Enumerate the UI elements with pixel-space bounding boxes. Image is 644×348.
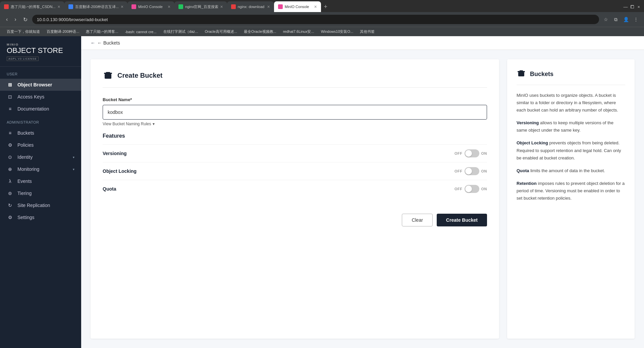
tab-2[interactable]: 百度翻译-200种语言互译... ×	[64, 1, 127, 12]
logo-title: OBJECT STORE	[7, 46, 74, 55]
sidebar-item-site-replication[interactable]: ↻ Site Replication	[0, 199, 81, 211]
create-bucket-button[interactable]: Create Bucket	[437, 214, 487, 226]
bookmark-2[interactable]: 百度翻译-200种语...	[44, 28, 82, 35]
sidebar-label-site-replication: Site Replication	[17, 203, 74, 208]
create-bucket-icon	[103, 70, 113, 81]
object-locking-toggle-wrapper: OFF ON	[454, 167, 487, 175]
bookmark-7[interactable]: 最全Oracle视频教...	[241, 28, 279, 35]
bookmark-1[interactable]: 百度一下，你就知道	[4, 28, 43, 35]
sidebar-item-access-keys[interactable]: ⊡ Access Keys	[0, 91, 81, 103]
bookmark-4[interactable]: -bash: cannot cre...	[122, 29, 159, 34]
versioning-off-label: OFF	[454, 151, 463, 155]
tab-title-4: nginx官网_百度搜索	[185, 4, 218, 9]
sidebar-item-monitoring[interactable]: ⊕ Monitoring ▾	[0, 163, 81, 175]
forward-button[interactable]: ›	[12, 16, 18, 23]
logo-object: OBJECT	[7, 46, 36, 55]
back-arrow-icon: ←	[91, 40, 95, 46]
tab-close-6[interactable]: ×	[314, 4, 317, 9]
sidebar-label-events: Events	[17, 179, 74, 184]
feature-row-versioning: Versioning OFF ON	[103, 144, 487, 162]
sidebar-item-events[interactable]: λ Events	[0, 175, 81, 187]
info-header: Buckets	[517, 69, 625, 85]
form-actions: Clear Create Bucket	[103, 207, 487, 226]
features-title: Features	[103, 133, 487, 139]
restore-button[interactable]: ⧠	[630, 4, 635, 9]
bookmark-star-icon[interactable]: ☆	[602, 15, 610, 23]
tab-close-4[interactable]: ×	[220, 4, 223, 9]
tab-title-5: nginx: download	[238, 5, 265, 9]
tab-close-1[interactable]: ×	[58, 4, 60, 9]
tab-3[interactable]: MinIO Console ×	[127, 1, 174, 12]
bucket-name-label: Bucket Name*	[103, 97, 487, 102]
window-controls: — ⧠ ×	[623, 1, 644, 12]
sidebar-item-object-browser[interactable]: ⊞ Object Browser	[0, 79, 81, 91]
tab-favicon-1	[4, 4, 9, 9]
feature-row-quota: Quota OFF ON	[103, 180, 487, 198]
tab-4[interactable]: nginx官网_百度搜索 ×	[174, 1, 227, 12]
bookmark-9[interactable]: Windows10安装O...	[318, 28, 356, 35]
sidebar-item-settings[interactable]: ⚙ Settings	[0, 211, 81, 223]
svg-rect-1	[105, 74, 111, 79]
tab-6[interactable]: MinIO Console ×	[274, 1, 321, 12]
versioning-toggle[interactable]	[465, 149, 479, 157]
menu-icon[interactable]: ⋮	[632, 15, 640, 23]
clear-button[interactable]: Clear	[402, 214, 432, 226]
sidebar-item-buckets[interactable]: ≡ Buckets	[0, 127, 81, 139]
naming-rules-text: View Bucket Naming Rules	[103, 122, 151, 126]
tab-close-2[interactable]: ×	[121, 4, 123, 9]
sidebar-item-policies[interactable]: ⚙ Policies	[0, 139, 81, 151]
tab-1[interactable]: 惠了只能-~的博客_CSDN... ×	[0, 1, 64, 12]
bookmark-3[interactable]: 惠了只能-~的博客...	[83, 28, 121, 35]
quota-toggle[interactable]	[465, 185, 479, 193]
sidebar-label-identity: Identity	[17, 154, 69, 160]
info-object-locking: Object Locking prevents objects from bei…	[517, 139, 625, 161]
breadcrumb-back-link[interactable]: ← ← Buckets	[91, 40, 120, 46]
close-window-button[interactable]: ×	[637, 4, 640, 9]
info-description: MinIO uses buckets to organize objects. …	[517, 92, 625, 114]
sidebar-label-monitoring: Monitoring	[17, 166, 69, 172]
reload-button[interactable]: ↻	[21, 16, 30, 23]
info-quota: Quota limits the amount of data in the b…	[517, 167, 625, 175]
sidebar-item-tiering[interactable]: ⊚ Tiering	[0, 187, 81, 199]
toolbar-icons: ☆ ⧉ 👤 ⋮	[602, 15, 640, 23]
app-container: MINIO OBJECT STORE AGPL V3 LICENSE User …	[0, 36, 644, 348]
back-button[interactable]: ‹	[4, 16, 10, 23]
extension-icon[interactable]: ⧉	[612, 15, 620, 23]
logo-minio-text: MINIO	[7, 43, 74, 46]
new-tab-button[interactable]: +	[321, 1, 330, 12]
sidebar-label-settings: Settings	[17, 215, 74, 220]
feature-row-object-locking: Object Locking OFF ON	[103, 162, 487, 180]
object-locking-off-label: OFF	[454, 169, 463, 173]
bucket-name-group: Bucket Name* View Bucket Naming Rules ▾	[103, 97, 487, 126]
info-retention-term: Retention	[517, 181, 537, 186]
bookmark-5[interactable]: 在线打字测试（daz...	[161, 28, 201, 35]
sidebar-item-identity[interactable]: ⊙ Identity ▾	[0, 151, 81, 163]
info-versioning: Versioning allows to keep multiple versi…	[517, 119, 625, 134]
profile-icon[interactable]: 👤	[622, 15, 630, 23]
documentation-icon: ≡	[7, 106, 13, 112]
quota-on-label: ON	[481, 187, 487, 191]
object-locking-toggle[interactable]	[465, 167, 479, 175]
minimize-button[interactable]: —	[623, 4, 628, 9]
bookmark-6[interactable]: Oracle高可用概述...	[202, 28, 240, 35]
tab-title-6: MinIO Console	[285, 5, 312, 9]
tab-favicon-2	[68, 4, 73, 9]
bookmark-8[interactable]: redhat7.6Linux安...	[280, 28, 317, 35]
tab-close-5[interactable]: ×	[267, 4, 270, 9]
logo-store: STORE	[36, 46, 63, 55]
address-bar-row: ‹ › ↻ ☆ ⧉ 👤 ⋮	[0, 12, 644, 27]
sidebar-item-documentation[interactable]: ≡ Documentation	[0, 103, 81, 115]
bucket-name-input[interactable]	[103, 105, 487, 120]
monitoring-chevron-icon: ▾	[73, 167, 74, 171]
naming-rules-link[interactable]: View Bucket Naming Rules ▾	[103, 122, 487, 126]
sidebar-label-policies: Policies	[17, 142, 74, 148]
buckets-icon: ≡	[7, 130, 13, 136]
tab-title-3: MinIO Console	[138, 5, 166, 9]
bookmark-other[interactable]: 其他书签	[357, 28, 377, 35]
info-title: Buckets	[530, 71, 553, 78]
tab-close-3[interactable]: ×	[168, 4, 170, 9]
tab-5[interactable]: nginx: download ×	[227, 1, 274, 12]
create-bucket-panel: Create Bucket Bucket Name* View Bucket N…	[91, 59, 499, 339]
address-input[interactable]	[32, 15, 599, 24]
versioning-label: Versioning	[103, 151, 127, 156]
